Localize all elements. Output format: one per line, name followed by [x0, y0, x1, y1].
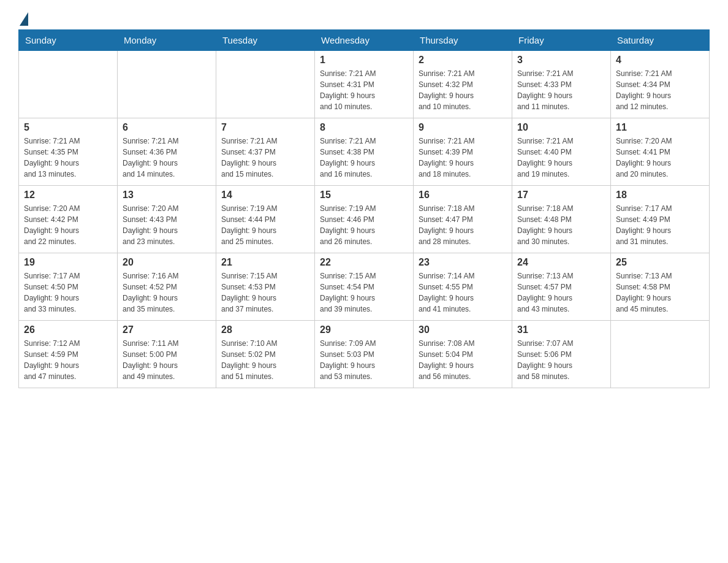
weekday-header-friday: Friday: [512, 30, 611, 51]
weekday-header-sunday: Sunday: [19, 30, 118, 51]
calendar-cell: 24Sunrise: 7:13 AMSunset: 4:57 PMDayligh…: [512, 253, 611, 321]
logo: [18, 12, 28, 23]
day-number: 16: [419, 190, 507, 201]
calendar-week-row: 5Sunrise: 7:21 AMSunset: 4:35 PMDaylight…: [19, 118, 710, 186]
day-number: 31: [517, 324, 605, 335]
calendar-cell: 18Sunrise: 7:17 AMSunset: 4:49 PMDayligh…: [611, 186, 710, 253]
calendar-cell: 22Sunrise: 7:15 AMSunset: 4:54 PMDayligh…: [315, 253, 414, 321]
calendar-cell: 11Sunrise: 7:20 AMSunset: 4:41 PMDayligh…: [611, 118, 710, 186]
day-number: 20: [123, 257, 211, 268]
calendar-cell: 23Sunrise: 7:14 AMSunset: 4:55 PMDayligh…: [414, 253, 512, 321]
day-number: 26: [24, 324, 112, 335]
calendar-cell: 17Sunrise: 7:18 AMSunset: 4:48 PMDayligh…: [512, 186, 611, 253]
weekday-header-monday: Monday: [118, 30, 216, 51]
day-info: Sunrise: 7:17 AMSunset: 4:49 PMDaylight:…: [616, 203, 704, 247]
calendar-cell: 8Sunrise: 7:21 AMSunset: 4:38 PMDaylight…: [315, 118, 414, 186]
day-number: 21: [221, 257, 309, 268]
day-info: Sunrise: 7:15 AMSunset: 4:54 PMDaylight:…: [320, 270, 408, 315]
page-header: [18, 12, 710, 23]
calendar-cell: 20Sunrise: 7:16 AMSunset: 4:52 PMDayligh…: [118, 253, 216, 321]
day-number: 9: [419, 122, 507, 133]
day-number: 17: [517, 190, 605, 201]
day-number: 25: [616, 257, 704, 268]
day-info: Sunrise: 7:08 AMSunset: 5:04 PMDaylight:…: [419, 338, 507, 382]
calendar-cell: 13Sunrise: 7:20 AMSunset: 4:43 PMDayligh…: [118, 186, 216, 253]
day-info: Sunrise: 7:21 AMSunset: 4:40 PMDaylight:…: [517, 136, 605, 180]
day-info: Sunrise: 7:18 AMSunset: 4:48 PMDaylight:…: [517, 203, 605, 247]
day-number: 18: [616, 190, 704, 201]
day-info: Sunrise: 7:10 AMSunset: 5:02 PMDaylight:…: [221, 338, 309, 382]
calendar-cell: [118, 51, 216, 118]
day-info: Sunrise: 7:21 AMSunset: 4:38 PMDaylight:…: [320, 136, 408, 180]
calendar-cell: 31Sunrise: 7:07 AMSunset: 5:06 PMDayligh…: [512, 321, 611, 388]
calendar-table: SundayMondayTuesdayWednesdayThursdayFrid…: [18, 29, 710, 388]
day-info: Sunrise: 7:13 AMSunset: 4:57 PMDaylight:…: [517, 270, 605, 315]
day-number: 12: [24, 190, 112, 201]
day-info: Sunrise: 7:15 AMSunset: 4:53 PMDaylight:…: [221, 270, 309, 315]
calendar-cell: 25Sunrise: 7:13 AMSunset: 4:58 PMDayligh…: [611, 253, 710, 321]
day-info: Sunrise: 7:20 AMSunset: 4:41 PMDaylight:…: [616, 136, 704, 180]
day-number: 7: [221, 122, 309, 133]
logo-triangle-icon: [20, 12, 28, 26]
day-info: Sunrise: 7:21 AMSunset: 4:35 PMDaylight:…: [24, 136, 112, 180]
day-info: Sunrise: 7:21 AMSunset: 4:33 PMDaylight:…: [517, 68, 605, 112]
day-number: 22: [320, 257, 408, 268]
calendar-week-row: 12Sunrise: 7:20 AMSunset: 4:42 PMDayligh…: [19, 186, 710, 253]
day-number: 28: [221, 324, 309, 335]
day-number: 6: [123, 122, 211, 133]
day-info: Sunrise: 7:20 AMSunset: 4:42 PMDaylight:…: [24, 203, 112, 247]
calendar-cell: [216, 51, 315, 118]
calendar-cell: 9Sunrise: 7:21 AMSunset: 4:39 PMDaylight…: [414, 118, 512, 186]
calendar-cell: 1Sunrise: 7:21 AMSunset: 4:31 PMDaylight…: [315, 51, 414, 118]
day-info: Sunrise: 7:13 AMSunset: 4:58 PMDaylight:…: [616, 270, 704, 315]
day-info: Sunrise: 7:19 AMSunset: 4:46 PMDaylight:…: [320, 203, 408, 247]
day-number: 11: [616, 122, 704, 133]
day-number: 5: [24, 122, 112, 133]
day-info: Sunrise: 7:12 AMSunset: 4:59 PMDaylight:…: [24, 338, 112, 382]
calendar-cell: 5Sunrise: 7:21 AMSunset: 4:35 PMDaylight…: [19, 118, 118, 186]
calendar-cell: 16Sunrise: 7:18 AMSunset: 4:47 PMDayligh…: [414, 186, 512, 253]
calendar-cell: 2Sunrise: 7:21 AMSunset: 4:32 PMDaylight…: [414, 51, 512, 118]
day-info: Sunrise: 7:09 AMSunset: 5:03 PMDaylight:…: [320, 338, 408, 382]
calendar-cell: 12Sunrise: 7:20 AMSunset: 4:42 PMDayligh…: [19, 186, 118, 253]
day-number: 29: [320, 324, 408, 335]
day-number: 27: [123, 324, 211, 335]
day-number: 24: [517, 257, 605, 268]
weekday-header-wednesday: Wednesday: [315, 30, 414, 51]
day-number: 19: [24, 257, 112, 268]
calendar-cell: 3Sunrise: 7:21 AMSunset: 4:33 PMDaylight…: [512, 51, 611, 118]
day-info: Sunrise: 7:21 AMSunset: 4:39 PMDaylight:…: [419, 136, 507, 180]
day-number: 30: [419, 324, 507, 335]
calendar-cell: 19Sunrise: 7:17 AMSunset: 4:50 PMDayligh…: [19, 253, 118, 321]
calendar-cell: 4Sunrise: 7:21 AMSunset: 4:34 PMDaylight…: [611, 51, 710, 118]
calendar-week-row: 19Sunrise: 7:17 AMSunset: 4:50 PMDayligh…: [19, 253, 710, 321]
calendar-cell: 10Sunrise: 7:21 AMSunset: 4:40 PMDayligh…: [512, 118, 611, 186]
day-info: Sunrise: 7:18 AMSunset: 4:47 PMDaylight:…: [419, 203, 507, 247]
day-number: 4: [616, 55, 704, 66]
calendar-cell: 15Sunrise: 7:19 AMSunset: 4:46 PMDayligh…: [315, 186, 414, 253]
weekday-header-tuesday: Tuesday: [216, 30, 315, 51]
day-number: 14: [221, 190, 309, 201]
calendar-week-row: 26Sunrise: 7:12 AMSunset: 4:59 PMDayligh…: [19, 321, 710, 388]
calendar-cell: 29Sunrise: 7:09 AMSunset: 5:03 PMDayligh…: [315, 321, 414, 388]
day-number: 10: [517, 122, 605, 133]
day-number: 3: [517, 55, 605, 66]
day-info: Sunrise: 7:21 AMSunset: 4:34 PMDaylight:…: [616, 68, 704, 112]
day-info: Sunrise: 7:21 AMSunset: 4:32 PMDaylight:…: [419, 68, 507, 112]
day-info: Sunrise: 7:21 AMSunset: 4:36 PMDaylight:…: [123, 136, 211, 180]
weekday-header-saturday: Saturday: [611, 30, 710, 51]
calendar-cell: 30Sunrise: 7:08 AMSunset: 5:04 PMDayligh…: [414, 321, 512, 388]
calendar-cell: [19, 51, 118, 118]
calendar-cell: 14Sunrise: 7:19 AMSunset: 4:44 PMDayligh…: [216, 186, 315, 253]
calendar-cell: 28Sunrise: 7:10 AMSunset: 5:02 PMDayligh…: [216, 321, 315, 388]
calendar-cell: 6Sunrise: 7:21 AMSunset: 4:36 PMDaylight…: [118, 118, 216, 186]
day-number: 1: [320, 55, 408, 66]
day-number: 15: [320, 190, 408, 201]
day-info: Sunrise: 7:21 AMSunset: 4:31 PMDaylight:…: [320, 68, 408, 112]
day-info: Sunrise: 7:11 AMSunset: 5:00 PMDaylight:…: [123, 338, 211, 382]
calendar-cell: 7Sunrise: 7:21 AMSunset: 4:37 PMDaylight…: [216, 118, 315, 186]
day-info: Sunrise: 7:16 AMSunset: 4:52 PMDaylight:…: [123, 270, 211, 315]
calendar-cell: 21Sunrise: 7:15 AMSunset: 4:53 PMDayligh…: [216, 253, 315, 321]
calendar-cell: 26Sunrise: 7:12 AMSunset: 4:59 PMDayligh…: [19, 321, 118, 388]
day-number: 23: [419, 257, 507, 268]
